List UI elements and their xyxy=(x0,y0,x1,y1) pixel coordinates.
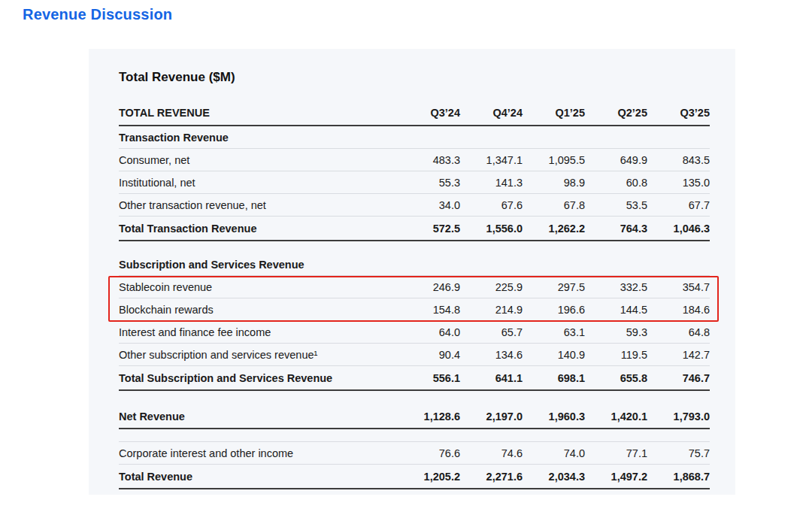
table-title: Total Revenue ($M) xyxy=(119,70,710,85)
section-net-revenue: Net Revenue1,128.62,197.01,960.31,420.11… xyxy=(119,404,710,429)
row-value: 67.8 xyxy=(523,199,585,211)
table-header-label: TOTAL REVENUE xyxy=(119,107,398,119)
section-total-revenue: Corporate interest and other income76.67… xyxy=(119,441,710,489)
row-value: 119.5 xyxy=(585,349,647,361)
row-label: Total Subscription and Services Revenue xyxy=(119,372,398,384)
section-transaction-revenue: Transaction RevenueConsumer, net483.31,3… xyxy=(119,126,710,241)
column-header-q3-24: Q3’24 xyxy=(398,107,460,119)
row-value: 74.6 xyxy=(460,447,523,459)
row-value: 142.7 xyxy=(647,349,710,361)
row-value: 63.1 xyxy=(523,326,585,338)
table-row-institutional-net: Institutional, net55.3141.398.960.8135.0 xyxy=(119,171,710,194)
row-value: 184.6 xyxy=(647,304,710,316)
row-value: 572.5 xyxy=(398,223,460,235)
row-value: 354.7 xyxy=(647,281,710,293)
row-value: 67.6 xyxy=(460,199,523,211)
table-row-total-transaction-revenue: Total Transaction Revenue572.51,556.01,2… xyxy=(119,217,710,241)
row-value: 140.9 xyxy=(523,349,585,361)
row-value: 246.9 xyxy=(398,281,460,293)
row-value: 134.6 xyxy=(460,349,523,361)
row-value: 556.1 xyxy=(398,372,460,384)
row-value: 1,497.2 xyxy=(585,471,647,483)
row-value: 64.0 xyxy=(398,326,460,338)
row-value: 135.0 xyxy=(647,177,710,189)
column-header-q4-24: Q4’24 xyxy=(460,107,523,119)
row-label: Net Revenue xyxy=(119,410,398,423)
row-value: 1,793.0 xyxy=(647,410,710,423)
row-label: Transaction Revenue xyxy=(119,132,710,144)
row-value: 843.5 xyxy=(647,154,710,166)
row-value: 297.5 xyxy=(523,281,585,293)
row-value: 75.7 xyxy=(647,447,710,459)
row-value: 332.5 xyxy=(585,281,647,293)
row-value: 1,205.2 xyxy=(398,471,460,483)
highlighted-rows-group: Stablecoin revenue246.9225.9297.5332.535… xyxy=(119,276,710,321)
row-value: 655.8 xyxy=(585,372,647,384)
section-heading-transaction-revenue: Transaction Revenue xyxy=(119,126,710,149)
row-value: 1,868.7 xyxy=(647,471,710,483)
row-label: Total Revenue xyxy=(119,471,398,483)
row-value: 764.3 xyxy=(585,223,647,235)
table-row-consumer-net: Consumer, net483.31,347.11,095.5649.9843… xyxy=(119,149,710,171)
row-value: 67.7 xyxy=(647,199,710,211)
row-value: 55.3 xyxy=(398,177,460,189)
row-value: 1,420.1 xyxy=(585,410,647,423)
row-label: Institutional, net xyxy=(119,177,398,189)
row-label: Stablecoin revenue xyxy=(119,281,398,293)
row-value: 90.4 xyxy=(398,349,460,361)
row-value: 65.7 xyxy=(460,326,523,338)
row-value: 225.9 xyxy=(460,281,523,293)
row-label: Subscription and Services Revenue xyxy=(119,259,710,271)
row-value: 64.8 xyxy=(647,326,710,338)
row-value: 1,095.5 xyxy=(523,154,585,166)
row-value: 59.3 xyxy=(585,326,647,338)
row-value: 144.5 xyxy=(585,304,647,316)
row-label: Interest and finance fee income xyxy=(119,326,398,338)
column-header-q2-25: Q2’25 xyxy=(585,107,647,119)
row-value: 1,347.1 xyxy=(460,154,523,166)
row-value: 649.9 xyxy=(585,154,647,166)
row-value: 1,556.0 xyxy=(460,223,523,235)
row-value: 2,197.0 xyxy=(460,410,523,423)
row-label: Corporate interest and other income xyxy=(119,447,398,459)
table-row-other-subscription-and-services-revenue: Other subscription and services revenue¹… xyxy=(119,344,710,366)
column-header-q3-25: Q3’25 xyxy=(647,107,710,119)
revenue-table-card: Total Revenue ($M) TOTAL REVENUE Q3’24 Q… xyxy=(89,49,735,495)
row-value: 746.7 xyxy=(647,372,710,384)
row-value: 74.0 xyxy=(523,447,585,459)
row-value: 141.3 xyxy=(460,177,523,189)
row-value: 154.8 xyxy=(398,304,460,316)
row-value: 2,034.3 xyxy=(523,471,585,483)
table-row-stablecoin-revenue: Stablecoin revenue246.9225.9297.5332.535… xyxy=(119,276,710,298)
section-heading-subscription-and-services-revenue: Subscription and Services Revenue xyxy=(119,253,710,276)
table-row-net-revenue: Net Revenue1,128.62,197.01,960.31,420.11… xyxy=(119,404,710,429)
row-value: 53.5 xyxy=(585,199,647,211)
row-label: Other transaction revenue, net xyxy=(119,199,398,211)
row-value: 1,046.3 xyxy=(647,223,710,235)
row-value: 698.1 xyxy=(523,372,585,384)
row-label: Other subscription and services revenue¹ xyxy=(119,349,398,361)
row-value: 1,262.2 xyxy=(523,223,585,235)
page-title: Revenue Discussion xyxy=(23,6,172,23)
section-subscription-and-services-revenue: Subscription and Services RevenueStablec… xyxy=(119,253,710,391)
revenue-table-body: Transaction RevenueConsumer, net483.31,3… xyxy=(119,126,710,489)
table-row-other-transaction-revenue-net: Other transaction revenue, net34.067.667… xyxy=(119,194,710,217)
row-label: Total Transaction Revenue xyxy=(119,223,398,235)
row-value: 98.9 xyxy=(523,177,585,189)
table-header-row: TOTAL REVENUE Q3’24 Q4’24 Q1’25 Q2’25 Q3… xyxy=(119,100,710,126)
table-row-total-revenue: Total Revenue1,205.22,271.62,034.31,497.… xyxy=(119,465,710,489)
row-value: 1,128.6 xyxy=(398,410,460,423)
table-row-total-subscription-and-services-revenue: Total Subscription and Services Revenue5… xyxy=(119,366,710,391)
row-value: 214.9 xyxy=(460,304,523,316)
table-row-corporate-interest-and-other-income: Corporate interest and other income76.67… xyxy=(119,441,710,465)
table-row-interest-and-finance-fee-income: Interest and finance fee income64.065.76… xyxy=(119,321,710,344)
row-value: 34.0 xyxy=(398,199,460,211)
row-value: 483.3 xyxy=(398,154,460,166)
row-value: 1,960.3 xyxy=(523,410,585,423)
row-value: 196.6 xyxy=(523,304,585,316)
row-value: 76.6 xyxy=(398,447,460,459)
row-value: 60.8 xyxy=(585,177,647,189)
column-header-q1-25: Q1’25 xyxy=(523,107,585,119)
row-value: 2,271.6 xyxy=(460,471,523,483)
row-value: 77.1 xyxy=(585,447,647,459)
